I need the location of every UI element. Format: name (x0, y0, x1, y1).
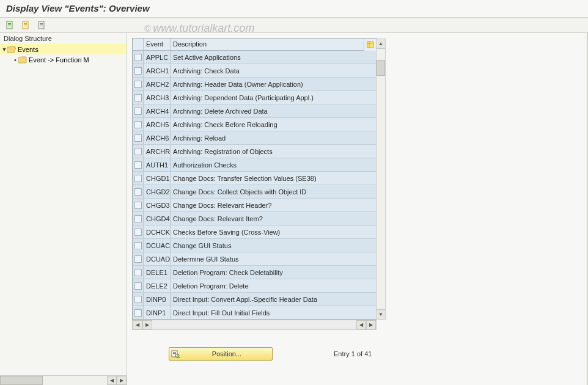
events-table: Event Description APPLCSet Active Applic… (132, 38, 377, 320)
cell-event: CHGD1 (144, 172, 171, 185)
cell-event: CHGD2 (144, 185, 171, 198)
row-selector[interactable] (133, 293, 144, 306)
column-header-description[interactable]: Description (171, 38, 376, 50)
row-selector[interactable] (133, 78, 144, 90)
row-selector[interactable] (133, 185, 144, 198)
table-row[interactable]: ARCH2Archiving: Header Data (Owner Appli… (133, 78, 376, 91)
column-header-event[interactable]: Event (144, 38, 171, 50)
row-selector[interactable] (133, 266, 144, 279)
row-selector[interactable] (133, 279, 144, 292)
page-title: Display View "Events": Overview (0, 0, 588, 17)
row-selector[interactable] (133, 145, 144, 158)
cell-event: ARCH5 (144, 118, 171, 131)
row-selector[interactable] (133, 105, 144, 117)
position-button[interactable]: Position... (169, 347, 273, 361)
table-row[interactable]: DCHCKChecks Before Saving (Cross-View) (133, 226, 376, 239)
row-selector[interactable] (133, 172, 144, 185)
cell-description: Direct Input: Fill Out Initial Fields (171, 306, 376, 319)
table-row[interactable]: DCUADDetermine GUI Status (133, 252, 376, 266)
cell-description: Change Docs: Relevant Header? (171, 199, 376, 211)
table-row[interactable]: APPLCSet Active Applications (133, 51, 376, 64)
cell-event: DCHCK (144, 226, 171, 238)
scroll-down-button[interactable]: ▼ (377, 309, 385, 319)
table-row[interactable]: CHGD3Change Docs: Relevant Header? (133, 199, 376, 212)
table-row[interactable]: ARCH1Archiving: Check Data (133, 64, 376, 78)
toolbar-button-3[interactable] (35, 20, 48, 31)
svg-rect-3 (8, 26, 11, 26)
row-selector[interactable] (133, 51, 144, 64)
row-selector[interactable] (133, 91, 144, 104)
table-row[interactable]: ARCHRArchiving: Registration of Objects (133, 145, 376, 158)
row-selector[interactable] (133, 306, 144, 319)
table-horizontal-scrollbar[interactable]: ◀ ▶ ◀ ▶ (132, 320, 377, 330)
position-button-label: Position... (182, 350, 272, 358)
tree-horizontal-scrollbar[interactable]: ◀ ▶ (0, 375, 127, 385)
cell-description: Deletion Program: Check Deletability (171, 266, 376, 279)
table-row[interactable]: ARCH6Archiving: Reload (133, 131, 376, 145)
table-row[interactable]: CHGD4Change Docs: Relevant Item? (133, 212, 376, 226)
scrollbar-thumb[interactable] (0, 376, 43, 385)
entry-counter: Entry 1 of 41 (334, 350, 372, 358)
cell-event: DCUAD (144, 252, 171, 265)
column-config-button[interactable] (364, 38, 376, 51)
scrollbar-thumb[interactable] (377, 60, 385, 76)
table-vertical-scrollbar[interactable]: ▲ ▼ (376, 38, 386, 320)
row-selector[interactable] (133, 212, 144, 225)
row-selector[interactable] (133, 158, 144, 171)
dialog-structure-panel: Dialog Structure ▼ Events • Event -> Fun… (0, 33, 127, 385)
table-settings-icon (367, 41, 374, 48)
cell-description: Determine GUI Status (171, 252, 376, 265)
row-selector[interactable] (133, 64, 144, 77)
cell-event: DCUAC (144, 239, 171, 252)
tree-node-events[interactable]: ▼ Events (0, 44, 127, 54)
scroll-left-button[interactable]: ◀ (133, 320, 142, 329)
scroll-left-end-button[interactable]: ◀ (356, 320, 366, 329)
table-row[interactable]: DINP1Direct Input: Fill Out Initial Fiel… (133, 306, 376, 320)
toolbar-button-2[interactable] (20, 20, 32, 31)
svg-rect-11 (40, 26, 43, 26)
table-row[interactable]: AUTH1Authorization Checks (133, 158, 376, 172)
table-row[interactable]: ARCH5Archiving: Check Before Reloading (133, 118, 376, 131)
cell-event: ARCH4 (144, 105, 171, 117)
cell-description: Archiving: Header Data (Owner Applicatio… (171, 78, 376, 90)
caret-down-icon[interactable]: ▼ (1, 46, 7, 53)
cell-description: Archiving: Check Before Reloading (171, 118, 376, 131)
table-row[interactable]: ARCH3Archiving: Dependent Data (Particip… (133, 91, 376, 105)
table-row[interactable]: CHGD1Change Docs: Transfer Selection Val… (133, 172, 376, 185)
scroll-up-button[interactable]: ▲ (377, 39, 385, 49)
svg-rect-2 (8, 24, 11, 25)
row-selector[interactable] (133, 199, 144, 211)
folder-icon (18, 56, 27, 64)
svg-rect-7 (24, 26, 27, 26)
cell-description: Checks Before Saving (Cross-View) (171, 226, 376, 238)
toolbar-button-1[interactable] (4, 20, 16, 31)
scroll-left-button[interactable]: ◀ (107, 376, 117, 385)
row-selector[interactable] (133, 239, 144, 252)
table-row[interactable]: DELE1Deletion Program: Check Deletabilit… (133, 266, 376, 279)
row-selector[interactable] (133, 226, 144, 238)
scroll-right-button[interactable]: ▶ (117, 376, 127, 385)
cell-event: DELE1 (144, 266, 171, 279)
svg-rect-10 (40, 24, 43, 25)
cell-event: ARCH2 (144, 78, 171, 90)
cell-event: DELE2 (144, 279, 171, 292)
document-grey-icon (37, 21, 46, 29)
table-row[interactable]: CHGD2Change Docs: Collect Objects with O… (133, 185, 376, 199)
tree-node-event-function[interactable]: • Event -> Function M (0, 54, 127, 65)
table-body: APPLCSet Active ApplicationsARCH1Archivi… (133, 51, 376, 320)
row-selector[interactable] (133, 131, 144, 144)
svg-rect-5 (24, 23, 27, 24)
row-selector[interactable] (133, 252, 144, 265)
scroll-right-button[interactable]: ▶ (142, 320, 152, 329)
row-selector[interactable] (133, 118, 144, 131)
table-row[interactable]: ARCH4Archiving: Delete Archived Data (133, 105, 376, 118)
select-all-column[interactable] (133, 38, 144, 50)
scroll-right-end-button[interactable]: ▶ (366, 320, 376, 329)
table-row[interactable]: DINP0Direct Input: Convert Appl.-Specifi… (133, 293, 376, 306)
cell-description: Deletion Program: Delete (171, 279, 376, 292)
dialog-structure-header: Dialog Structure (0, 33, 127, 44)
table-row[interactable]: DCUACChange GUI Status (133, 239, 376, 252)
table-row[interactable]: DELE2Deletion Program: Delete (133, 279, 376, 293)
bullet-icon: • (12, 56, 18, 64)
tree: ▼ Events • Event -> Function M (0, 44, 127, 375)
